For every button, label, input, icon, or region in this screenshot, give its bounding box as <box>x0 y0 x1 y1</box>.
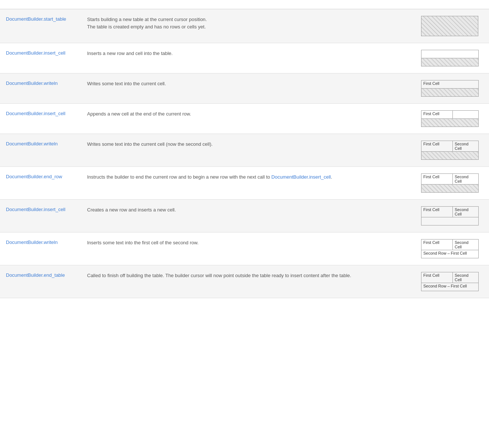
table-state-cell: First CellSecond Cell <box>415 134 489 167</box>
table-state-visual <box>421 16 483 36</box>
table-state-visual: First Cell <box>421 110 483 127</box>
table-row: DocumentBuilder.end_rowInstructs the bui… <box>0 167 489 200</box>
table-row: DocumentBuilder.writelnInserts some text… <box>0 232 489 265</box>
header-operation <box>0 0 81 9</box>
description-cell: Inserts a new row and cell into the tabl… <box>81 43 415 73</box>
description-cell: Called to finish off building the table.… <box>81 265 415 298</box>
description-cell: Inserts some text into the first cell of… <box>81 232 415 265</box>
table-state-visual: First CellSecond Cell <box>421 141 483 160</box>
table-state-visual: First Cell <box>421 80 483 97</box>
operation-link[interactable]: DocumentBuilder.writeln <box>6 141 58 147</box>
operation-link[interactable]: DocumentBuilder.insert_cell <box>6 207 65 212</box>
table-row: DocumentBuilder.insert_cellAppends a new… <box>0 104 489 134</box>
table-state-visual <box>421 50 483 66</box>
table-row: DocumentBuilder.insert_cellInserts a new… <box>0 43 489 73</box>
operation-link[interactable]: DocumentBuilder.writeln <box>6 239 58 245</box>
description-cell: Writes some text into the current cell (… <box>81 134 415 167</box>
table-state-cell: First Cell <box>415 73 489 104</box>
table-state-cell: First CellSecond Cell <box>415 167 489 200</box>
table-row: DocumentBuilder.writelnWrites some text … <box>0 134 489 167</box>
operation-link[interactable]: DocumentBuilder.insert_cell <box>6 50 65 56</box>
table-state-visual: First CellSecond Cell <box>421 173 483 193</box>
inline-link[interactable]: DocumentBuilder.insert_cell <box>271 174 331 180</box>
operation-link[interactable]: DocumentBuilder.start_table <box>6 16 66 22</box>
operation-link[interactable]: DocumentBuilder.end_row <box>6 174 62 179</box>
table-state-cell: First CellSecond CellSecond Row – First … <box>415 232 489 265</box>
header-description <box>81 0 415 9</box>
table-state-cell: First Cell <box>415 104 489 134</box>
description-cell: Instructs the builder to end the current… <box>81 167 415 200</box>
table-row: DocumentBuilder.end_tableCalled to finis… <box>0 265 489 298</box>
table-state-cell <box>415 9 489 43</box>
operation-link[interactable]: DocumentBuilder.insert_cell <box>6 111 65 116</box>
table-state-visual: First CellSecond CellSecond Row – First … <box>421 272 483 291</box>
description-cell: Writes some text into the current cell. <box>81 73 415 104</box>
operation-link[interactable]: DocumentBuilder.writeln <box>6 80 58 86</box>
table-state-cell: First CellSecond Cell <box>415 200 489 232</box>
table-row: DocumentBuilder.writelnWrites some text … <box>0 73 489 104</box>
operation-link[interactable]: DocumentBuilder.end_table <box>6 272 65 278</box>
main-reference-table: DocumentBuilder.start_tableStarts buildi… <box>0 0 489 298</box>
description-cell: Appends a new cell at the end of the cur… <box>81 104 415 134</box>
table-row: DocumentBuilder.start_tableStarts buildi… <box>0 9 489 43</box>
description-cell: Starts building a new table at the curre… <box>81 9 415 43</box>
table-state-visual: First CellSecond CellSecond Row – First … <box>421 239 483 258</box>
table-state-cell: First CellSecond CellSecond Row – First … <box>415 265 489 298</box>
header-tablestate <box>415 0 489 9</box>
table-row: DocumentBuilder.insert_cellCreates a new… <box>0 200 489 232</box>
table-state-visual: First CellSecond Cell <box>421 206 483 225</box>
table-state-cell <box>415 43 489 73</box>
description-cell: Creates a new row and inserts a new cell… <box>81 200 415 232</box>
